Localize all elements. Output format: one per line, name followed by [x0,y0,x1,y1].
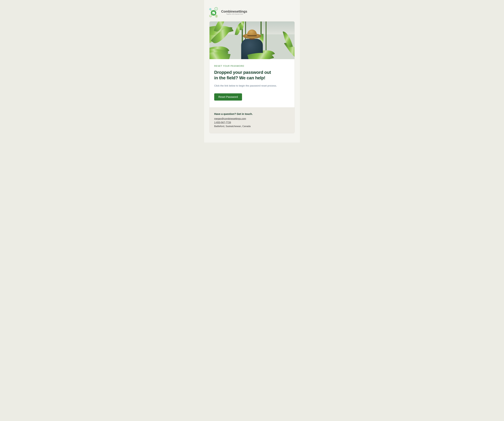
footer-heading: Have a question? Get in touch. [214,112,290,116]
dot-icon [210,9,211,10]
card-footer: Have a question? Get in touch. megan@com… [210,107,294,133]
main-card: RESET YOUR PASSWORD Dropped your passwor… [209,21,295,133]
arc-icon [210,15,211,17]
hero-hat [243,30,261,40]
logo-title: Combinesettings [221,10,247,13]
harvester-icon [212,12,215,14]
logo-node-dot [209,8,211,10]
subtext: Click the link below to begin the passwo… [214,84,290,88]
contact-address: Battleford, Saskatchewan, Canada [214,125,290,128]
email-outer-container: Combinesettings Together, let's harvest … [172,0,332,142]
email-container: Combinesettings Together, let's harvest … [204,0,300,142]
logo-graphic [209,7,219,18]
logo-node-arc [209,15,212,17]
hero-image [210,22,294,59]
leaf-icon [216,15,217,17]
logo-section: Combinesettings Together, let's harvest … [209,7,295,18]
logo-tagline: Together, let's harvest more [221,13,247,15]
reset-password-button[interactable]: Reset Password [214,93,242,100]
eyebrow-label: RESET YOUR PASSWORD [214,65,290,67]
heading-line-2: in the field? We can help! [214,75,265,80]
wheat-icon [216,8,217,10]
heading-line-1: Dropped your password out [214,70,271,75]
card-content: RESET YOUR PASSWORD Dropped your passwor… [210,59,294,107]
contact-phone-link[interactable]: 1-833-567-7726 [214,121,231,124]
main-heading: Dropped your password out in the field? … [214,70,290,81]
logo-main-circle [211,10,216,16]
logo-node-wheat [215,7,218,10]
logo-text-wrapper: Combinesettings Together, let's harvest … [221,10,247,15]
contact-email-link[interactable]: megan@combinesettings.com [214,117,246,120]
logo-node-leaf [215,15,218,18]
